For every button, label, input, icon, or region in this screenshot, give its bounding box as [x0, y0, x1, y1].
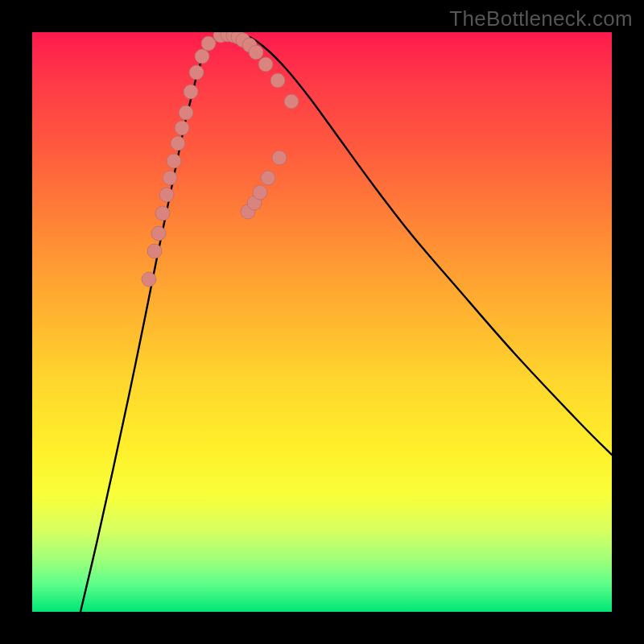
data-dot: [284, 94, 299, 109]
watermark-text: TheBottleneck.com: [449, 6, 633, 31]
data-dot: [261, 171, 275, 185]
chart-frame: TheBottleneck.com: [0, 0, 644, 644]
data-dot: [189, 65, 204, 80]
dots-right: [213, 32, 299, 219]
data-dot: [201, 36, 216, 51]
data-dot: [175, 121, 189, 135]
data-dot: [179, 105, 193, 120]
data-dot: [163, 171, 177, 185]
data-dot: [253, 185, 267, 200]
data-dot: [249, 45, 263, 60]
data-dot: [258, 57, 273, 72]
data-dot: [167, 154, 181, 168]
dots-left: [142, 36, 216, 287]
data-dot: [171, 136, 185, 151]
data-dot: [270, 73, 285, 88]
data-dot: [195, 49, 209, 64]
data-dot: [155, 206, 170, 221]
data-dot: [142, 272, 156, 287]
data-dot: [159, 188, 174, 202]
bottleneck-curve: [80, 34, 612, 612]
data-dot: [272, 151, 287, 165]
data-dot: [151, 226, 166, 241]
curve-svg: [32, 32, 612, 612]
data-dot: [184, 85, 198, 99]
data-dot: [147, 244, 162, 258]
plot-area: [32, 32, 612, 612]
